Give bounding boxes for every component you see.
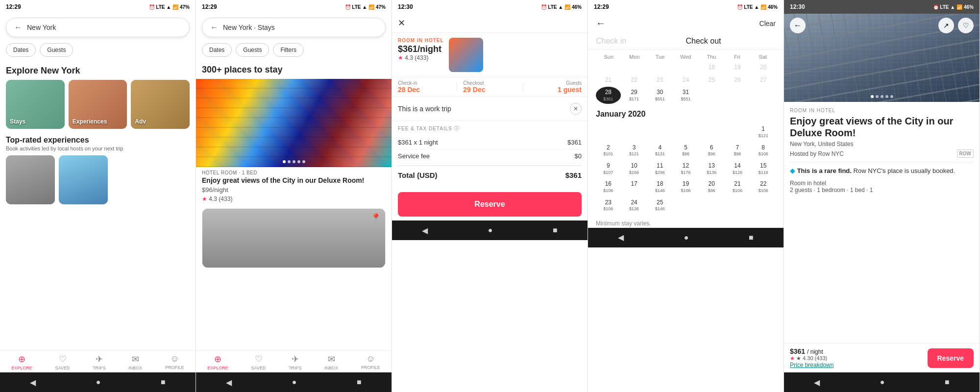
jan-19[interactable]: 19$106	[673, 178, 698, 196]
cal-day[interactable]: 22	[622, 74, 647, 86]
sys-back-1[interactable]: ◀	[30, 378, 36, 387]
booking-dates: Check-in 28 Dec Checkout 29 Dec Guests 1…	[392, 77, 588, 97]
nav-trips-1[interactable]: ✈ TRIPS	[93, 354, 106, 370]
reserve-button-3[interactable]: Reserve	[398, 192, 582, 217]
nav-profile-2[interactable]: ☺ PROFILE	[361, 354, 380, 370]
close-button[interactable]: ✕	[398, 18, 405, 28]
fee-total: Total (USD) $361	[398, 165, 582, 184]
checkin-label-4: Check in	[596, 37, 686, 46]
jan-8[interactable]: 8$106	[751, 142, 776, 159]
sys-home-4[interactable]: ●	[684, 233, 689, 242]
sys-home-5[interactable]: ●	[880, 378, 885, 387]
jan-23[interactable]: 23$106	[596, 197, 621, 214]
jan-25[interactable]: 25$146	[647, 197, 672, 214]
nav-explore-1[interactable]: ⊕ EXPLORE	[11, 354, 32, 370]
nav-profile-1[interactable]: ☺ PROFILE	[165, 354, 184, 370]
jan-21[interactable]: 21$106	[725, 178, 750, 196]
sys-recent-5[interactable]: ■	[945, 378, 950, 387]
back-arrow-1[interactable]: ←	[14, 23, 22, 32]
total-value: $361	[565, 171, 582, 179]
jan-4[interactable]: 4$131	[647, 142, 672, 159]
dates-chip-1[interactable]: Dates	[6, 43, 36, 57]
checkout-item[interactable]: Check out	[686, 37, 776, 46]
nav-inbox-1[interactable]: ✉ INBOX	[128, 354, 142, 370]
cal-day-29[interactable]: 29$171	[622, 87, 647, 104]
cal-day-26[interactable]: 26	[725, 74, 750, 86]
explore-card-experiences[interactable]: Experiences	[69, 80, 127, 129]
explore-card-stays[interactable]: Stays	[6, 80, 65, 129]
guests-chip-2[interactable]: Guests	[236, 43, 269, 57]
work-trip-close[interactable]: ✕	[570, 103, 582, 115]
jan-5[interactable]: 5$96	[673, 142, 698, 159]
jan-6[interactable]: 6$96	[699, 142, 724, 159]
jan-18[interactable]: 18$146	[647, 178, 672, 196]
checkout-date[interactable]: Checkout 29 Dec	[463, 80, 516, 94]
jan-24[interactable]: 24$136	[622, 197, 647, 214]
cal-day-31[interactable]: 31$551	[673, 87, 698, 104]
guests-chip-1[interactable]: Guests	[40, 43, 73, 57]
sys-recent-1[interactable]: ■	[161, 378, 166, 387]
jan-10[interactable]: 10$166	[622, 160, 647, 177]
sys-recent-4[interactable]: ■	[749, 233, 754, 242]
exp-card-2[interactable]: ♡	[59, 155, 108, 204]
jan-9[interactable]: 9$107	[596, 160, 621, 177]
cal-day-25[interactable]: 25	[699, 74, 724, 86]
hero-back-button[interactable]: ←	[790, 18, 806, 33]
save-button-hero[interactable]: ♡	[958, 18, 974, 33]
hero-dot-3	[881, 95, 883, 98]
jan-2[interactable]: 2$101	[596, 142, 621, 159]
jan-12[interactable]: 12$176	[673, 160, 698, 177]
jan-3[interactable]: 3$121	[622, 142, 647, 159]
cal-clear-button[interactable]: Clear	[760, 20, 776, 27]
sys-home-3[interactable]: ●	[488, 226, 493, 235]
exp-card-1[interactable]: ♡	[6, 155, 55, 204]
jan-13[interactable]: 13$136	[699, 160, 724, 177]
jan-22[interactable]: 22$106	[751, 178, 776, 196]
nav-saved-1[interactable]: ♡ SAVED	[55, 354, 70, 370]
jan-17[interactable]: 17	[622, 178, 647, 196]
sys-back-2[interactable]: ◀	[226, 378, 232, 387]
cal-day[interactable]: 23	[647, 74, 672, 86]
listing-card-2[interactable]: 📍	[202, 208, 386, 268]
booking-guests[interactable]: Guests 1 guest	[529, 80, 582, 94]
cal-day-30[interactable]: 30$551	[647, 87, 672, 104]
filters-chip-2[interactable]: Filters	[273, 43, 304, 57]
explore-card-adv[interactable]: Adv	[131, 80, 190, 129]
cal-day-28-selected[interactable]: 28$361	[596, 87, 621, 104]
listing-main-image[interactable]	[196, 79, 392, 167]
sys-back-4[interactable]: ◀	[618, 233, 624, 242]
nav-explore-2[interactable]: ⊕ EXPLORE	[207, 354, 228, 370]
jan-7[interactable]: 7$96	[725, 142, 750, 159]
jan-16[interactable]: 16$106	[596, 178, 621, 196]
reserve-button-5[interactable]: Reserve	[928, 348, 974, 368]
nav-inbox-2[interactable]: ✉ INBOX	[324, 354, 338, 370]
checkin-date[interactable]: Check-in 28 Dec	[398, 80, 451, 94]
jan-20[interactable]: 20$96	[699, 178, 724, 196]
nav-saved-2[interactable]: ♡ SAVED	[251, 354, 266, 370]
jan-1[interactable]: 1$121	[751, 123, 776, 141]
sys-home-1[interactable]: ●	[96, 378, 101, 387]
explore-experiences-label: Experiences	[73, 118, 107, 125]
results-count: 300+ places to stay	[196, 61, 392, 79]
checkin-item[interactable]: Check in	[596, 37, 686, 46]
jan-15[interactable]: 15$116	[751, 160, 776, 177]
cal-day[interactable]: 24	[673, 74, 698, 86]
share-button[interactable]: ↗	[938, 18, 954, 33]
cal-day-27[interactable]: 27	[751, 74, 776, 86]
sys-back-3[interactable]: ◀	[422, 226, 428, 235]
sys-home-2[interactable]: ●	[292, 378, 297, 387]
sys-nav-3: ◀ ● ■	[392, 220, 588, 240]
price-breakdown-link[interactable]: Price breakdown	[790, 362, 833, 368]
search-bar-2[interactable]: ← New York · Stays	[202, 18, 386, 37]
sys-recent-3[interactable]: ■	[553, 226, 558, 235]
listing-title[interactable]: Enjoy great views of the City in our Del…	[196, 175, 392, 185]
jan-11[interactable]: 11$296	[647, 160, 672, 177]
search-bar-1[interactable]: ← New York	[6, 18, 190, 37]
jan-14[interactable]: 14$126	[725, 160, 750, 177]
sys-recent-2[interactable]: ■	[357, 378, 362, 387]
back-arrow-2[interactable]: ←	[210, 23, 218, 32]
dates-chip-2[interactable]: Dates	[202, 43, 232, 57]
nav-trips-2[interactable]: ✈ TRIPS	[289, 354, 302, 370]
sys-back-5[interactable]: ◀	[814, 378, 820, 387]
cal-back-button[interactable]: ←	[596, 18, 606, 29]
